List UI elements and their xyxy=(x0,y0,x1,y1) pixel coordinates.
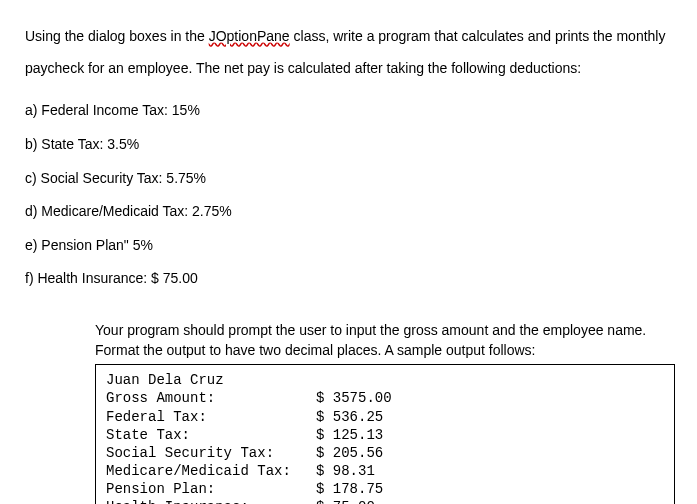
output-value: $ 125.13 xyxy=(316,426,383,444)
deduction-item: b) State Tax: 3.5% xyxy=(25,128,672,162)
output-label: State Tax: xyxy=(106,426,316,444)
deduction-item: d) Medicare/Medicaid Tax: 2.75% xyxy=(25,195,672,229)
output-value: $ 536.25 xyxy=(316,408,383,426)
output-row: Federal Tax: $ 536.25 xyxy=(106,408,664,426)
output-label: Medicare/Medicaid Tax: xyxy=(106,462,316,480)
output-row: Gross Amount: $ 3575.00 xyxy=(106,389,664,407)
problem-intro: Using the dialog boxes in the JOptionPan… xyxy=(25,20,672,84)
joptionpane-word: JOptionPane xyxy=(209,28,290,44)
deduction-item: a) Federal Income Tax: 15% xyxy=(25,94,672,128)
deduction-item: f) Health Insurance: $ 75.00 xyxy=(25,262,672,296)
output-row: Pension Plan: $ 178.75 xyxy=(106,480,664,498)
output-value: $ 178.75 xyxy=(316,480,383,498)
output-label: Federal Tax: xyxy=(106,408,316,426)
output-label: Gross Amount: xyxy=(106,389,316,407)
deductions-list: a) Federal Income Tax: 15% b) State Tax:… xyxy=(25,94,672,296)
output-label: Social Security Tax: xyxy=(106,444,316,462)
deduction-item: c) Social Security Tax: 5.75% xyxy=(25,162,672,196)
output-name: Juan Dela Cruz xyxy=(106,371,664,389)
deduction-item: e) Pension Plan" 5% xyxy=(25,229,672,263)
output-row: State Tax: $ 125.13 xyxy=(106,426,664,444)
instruction-text: Your program should prompt the user to i… xyxy=(95,321,675,360)
output-value: $ 98.31 xyxy=(316,462,375,480)
output-label: Health Insurance: xyxy=(106,498,316,504)
output-row: Medicare/Medicaid Tax: $ 98.31 xyxy=(106,462,664,480)
output-value: $ 3575.00 xyxy=(316,389,392,407)
output-row: Health Insurance: $ 75.00 xyxy=(106,498,664,504)
output-value: $ 75.00 xyxy=(316,498,375,504)
output-label: Pension Plan: xyxy=(106,480,316,498)
sample-output-box: Juan Dela Cruz Gross Amount: $ 3575.00 F… xyxy=(95,364,675,504)
output-row: Social Security Tax: $ 205.56 xyxy=(106,444,664,462)
output-value: $ 205.56 xyxy=(316,444,383,462)
instruction-block: Your program should prompt the user to i… xyxy=(95,321,675,504)
intro-text-1: Using the dialog boxes in the xyxy=(25,28,209,44)
